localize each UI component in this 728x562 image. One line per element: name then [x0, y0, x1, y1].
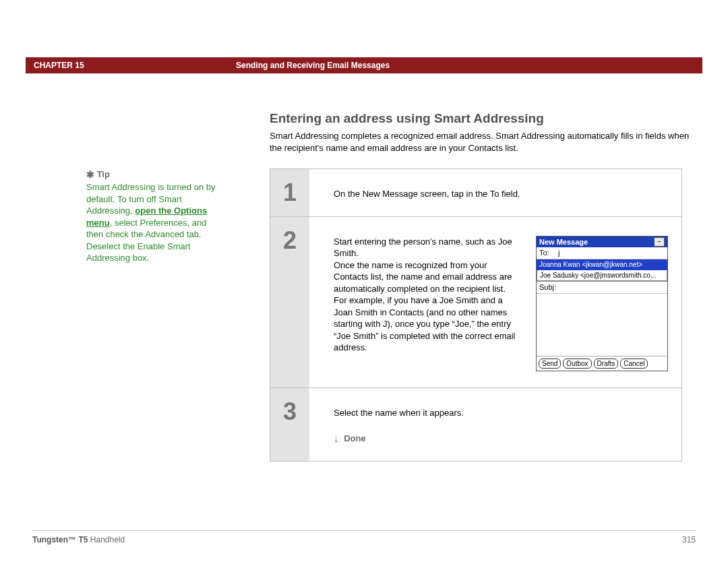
pda-title-text: New Message: [539, 237, 588, 247]
footer: Tungsten™ T5 Handheld 315: [32, 530, 696, 544]
tip-sidebar: ✱ Tip Smart Addressing is turned on by d…: [86, 168, 221, 264]
pda-suggestion-option[interactable]: Joe Sadusky <joe@jmswordsmith.co...: [537, 270, 667, 282]
pda-send-button[interactable]: Send: [539, 358, 561, 369]
step-row: 2 Start entering the person's name, such…: [270, 217, 681, 389]
pda-to-label: To:: [539, 248, 558, 258]
pda-to-input[interactable]: j: [558, 248, 665, 258]
pda-subj-row: Subj:: [537, 281, 667, 294]
asterisk-icon: ✱: [86, 169, 94, 180]
steps-panel: 1 On the New Message screen, tap in the …: [270, 168, 682, 462]
pda-suggestion-selected[interactable]: Joanna Kwan <jkwan@jkwan.net>: [537, 259, 667, 270]
arrow-down-icon: ↓: [334, 432, 339, 445]
step-number: 3: [270, 388, 309, 461]
step-text: Start entering the person's name, such a…: [334, 236, 520, 354]
tip-label: Tip: [97, 169, 110, 179]
step-row: 1 On the New Message screen, tap in the …: [270, 169, 681, 217]
step-text: On the New Message screen, tap in the To…: [334, 188, 668, 200]
minimize-icon[interactable]: –: [654, 237, 665, 247]
pda-titlebar: New Message –: [537, 237, 667, 248]
pda-suggestion-list: Joanna Kwan <jkwan@jkwan.net> Joe Sadusk…: [537, 259, 667, 281]
footer-product-bold: Tungsten™ T5: [32, 535, 88, 544]
tip-header: ✱ Tip: [86, 168, 221, 179]
pda-body[interactable]: [537, 294, 667, 356]
page-title: Entering an address using Smart Addressi…: [270, 111, 696, 126]
step-body: Select the name when it appears. ↓ Done: [309, 388, 681, 461]
pda-drafts-button[interactable]: Drafts: [594, 358, 619, 369]
pda-outbox-button[interactable]: Outbox: [563, 358, 591, 369]
step-text: Select the name when it appears.: [334, 407, 668, 419]
pda-screenshot: New Message – To: j Joanna Kwan <jkwan@j…: [536, 236, 668, 372]
pda-to-row: To: j: [537, 247, 667, 259]
page-intro: Smart Addressing completes a recognized …: [270, 130, 696, 154]
pda-buttons: Send Outbox Drafts Cancel: [537, 356, 667, 371]
step-body: Start entering the person's name, such a…: [309, 217, 681, 388]
header-title: Sending and Receiving Email Messages: [236, 61, 390, 70]
content: Entering an address using Smart Addressi…: [270, 111, 696, 154]
footer-product: Tungsten™ T5 Handheld: [32, 535, 125, 544]
step-number: 1: [270, 169, 309, 216]
step-row: 3 Select the name when it appears. ↓ Don…: [270, 388, 681, 461]
footer-page-number: 315: [682, 535, 696, 544]
pda-cancel-button[interactable]: Cancel: [620, 358, 648, 369]
step-body: On the New Message screen, tap in the To…: [309, 169, 681, 216]
done-label: Done: [344, 433, 366, 443]
tip-body: Smart Addressing is turned on by default…: [86, 181, 221, 264]
pda-subj-label: Subj:: [539, 283, 556, 291]
footer-product-rest: Handheld: [88, 535, 125, 544]
step-number: 2: [270, 217, 309, 388]
done-row: ↓ Done: [334, 431, 668, 445]
chapter-label: CHAPTER 15: [26, 61, 236, 70]
header-bar: CHAPTER 15 Sending and Receiving Email M…: [26, 57, 702, 73]
